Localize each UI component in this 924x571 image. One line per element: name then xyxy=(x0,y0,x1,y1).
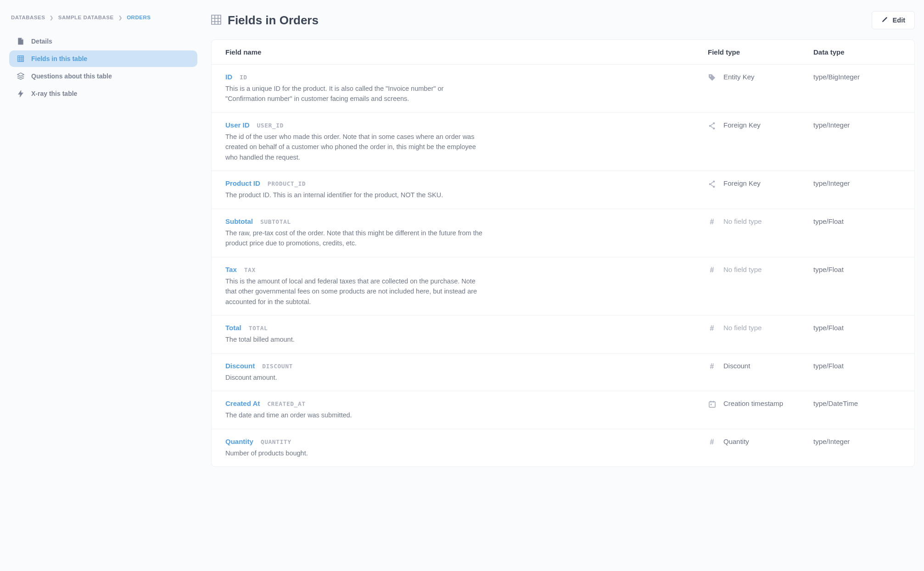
main-content: Fields in Orders Edit Field name Field t… xyxy=(202,5,919,566)
sidebar-item-label: Fields in this table xyxy=(31,55,87,62)
field-name-link[interactable]: User ID xyxy=(225,121,250,129)
sidebar-item-label: Details xyxy=(31,38,52,45)
hash-icon: # xyxy=(708,218,716,226)
data-type-label: type/Integer xyxy=(813,179,850,187)
breadcrumb: DATABASES❯SAMPLE DATABASE❯ORDERS xyxy=(9,13,197,33)
sidebar: DATABASES❯SAMPLE DATABASE❯ORDERS Details… xyxy=(5,5,202,566)
field-code: TOTAL xyxy=(249,325,268,332)
col-header-name: Field name xyxy=(225,48,708,56)
field-type-label: No field type xyxy=(723,324,762,332)
edit-button-label: Edit xyxy=(893,17,905,24)
hash-icon: # xyxy=(708,266,716,274)
page-title: Fields in Orders xyxy=(228,13,319,28)
page-icon xyxy=(17,38,25,45)
field-description: The date and time an order was submitted… xyxy=(225,410,482,420)
field-row: DiscountDISCOUNTDiscount amount.#Discoun… xyxy=(212,353,914,391)
tag-icon xyxy=(708,74,716,82)
data-type-label: type/DateTime xyxy=(813,399,858,407)
field-row: IDIDThis is a unique ID for the product.… xyxy=(212,64,914,112)
breadcrumb-item[interactable]: DATABASES xyxy=(11,15,45,20)
sidebar-item-xray[interactable]: X-ray this table xyxy=(9,85,197,102)
sidebar-nav: DetailsFields in this tableQuestions abo… xyxy=(9,33,197,102)
sidebar-item-questions[interactable]: Questions about this table xyxy=(9,68,197,84)
field-code: CREATED_AT xyxy=(267,400,305,407)
field-code: DISCOUNT xyxy=(262,363,293,370)
data-type-label: type/Float xyxy=(813,217,844,225)
sidebar-item-label: X-ray this table xyxy=(31,90,77,97)
field-description: The raw, pre-tax cost of the order. Note… xyxy=(225,228,482,249)
field-type-label: Entity Key xyxy=(723,73,755,81)
sidebar-item-details[interactable]: Details xyxy=(9,33,197,50)
hash-icon: # xyxy=(708,363,716,370)
fields-table-header: Field name Field type Data type xyxy=(212,40,914,64)
field-name-link[interactable]: ID xyxy=(225,73,232,81)
field-name-link[interactable]: Discount xyxy=(225,362,255,370)
data-type-label: type/Integer xyxy=(813,438,850,445)
page-header: Fields in Orders Edit xyxy=(211,9,915,39)
field-row: Created AtCREATED_ATThe date and time an… xyxy=(212,391,914,428)
field-description: This is the amount of local and federal … xyxy=(225,276,482,307)
data-type-label: type/Integer xyxy=(813,121,850,129)
data-type-label: type/Float xyxy=(813,266,844,273)
bolt-icon xyxy=(17,90,25,97)
stack-icon xyxy=(17,72,25,80)
field-description: Discount amount. xyxy=(225,372,482,383)
field-row: TaxTAXThis is the amount of local and fe… xyxy=(212,257,914,315)
table-icon xyxy=(211,15,221,26)
field-name-link[interactable]: Subtotal xyxy=(225,217,253,225)
field-row: SubtotalSUBTOTALThe raw, pre-tax cost of… xyxy=(212,209,914,257)
table-icon xyxy=(17,55,25,62)
chevron-right-icon: ❯ xyxy=(50,15,54,20)
field-name-link[interactable]: Product ID xyxy=(225,179,260,187)
field-code: SUBTOTAL xyxy=(260,218,291,225)
hash-icon: # xyxy=(708,325,716,332)
pencil-icon xyxy=(881,16,888,24)
calendar-icon xyxy=(708,400,716,408)
fields-panel: Field name Field type Data type IDIDThis… xyxy=(211,39,915,467)
field-code: TAX xyxy=(244,266,256,273)
data-type-label: type/Float xyxy=(813,362,844,370)
hash-icon: # xyxy=(708,438,716,446)
field-type-label: Discount xyxy=(723,362,750,370)
field-row: Product IDPRODUCT_IDThe product ID. This… xyxy=(212,171,914,208)
field-type-label: No field type xyxy=(723,217,762,225)
field-type-label: No field type xyxy=(723,266,762,273)
col-header-data: Data type xyxy=(813,48,901,56)
sidebar-item-fields[interactable]: Fields in this table xyxy=(9,50,197,67)
field-type-label: Foreign Key xyxy=(723,121,761,129)
field-name-link[interactable]: Created At xyxy=(225,399,260,407)
field-name-link[interactable]: Tax xyxy=(225,266,237,273)
field-description: The id of the user who made this order. … xyxy=(225,132,482,162)
field-code: ID xyxy=(240,74,247,81)
data-type-label: type/BigInteger xyxy=(813,73,860,81)
field-row: TotalTOTALThe total billed amount.#No fi… xyxy=(212,315,914,353)
share-icon xyxy=(708,122,716,130)
field-description: This is a unique ID for the product. It … xyxy=(225,83,482,104)
field-description: The product ID. This is an internal iden… xyxy=(225,190,482,200)
field-type-label: Creation timestamp xyxy=(723,399,783,407)
field-code: USER_ID xyxy=(257,122,284,129)
field-type-label: Quantity xyxy=(723,438,749,445)
field-description: Number of products bought. xyxy=(225,448,482,458)
field-code: PRODUCT_ID xyxy=(268,180,306,187)
chevron-right-icon: ❯ xyxy=(118,15,123,20)
field-description: The total billed amount. xyxy=(225,334,482,344)
data-type-label: type/Float xyxy=(813,324,844,332)
share-icon xyxy=(708,180,716,188)
field-row: QuantityQUANTITYNumber of products bough… xyxy=(212,429,914,466)
sidebar-item-label: Questions about this table xyxy=(31,72,112,80)
field-code: QUANTITY xyxy=(261,438,291,445)
col-header-type: Field type xyxy=(708,48,813,56)
field-name-link[interactable]: Total xyxy=(225,324,241,332)
field-name-link[interactable]: Quantity xyxy=(225,438,253,445)
breadcrumb-item[interactable]: SAMPLE DATABASE xyxy=(58,15,114,20)
edit-button[interactable]: Edit xyxy=(872,11,915,29)
breadcrumb-item[interactable]: ORDERS xyxy=(127,15,151,20)
field-type-label: Foreign Key xyxy=(723,179,761,187)
field-row: User IDUSER_IDThe id of the user who mad… xyxy=(212,112,914,171)
